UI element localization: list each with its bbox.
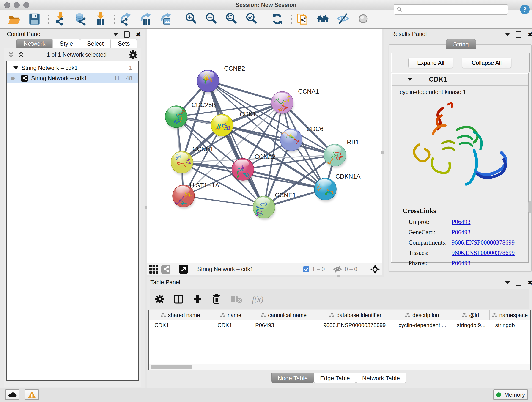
expand-all-networks-icon[interactable] [18, 52, 25, 58]
crosslink-row: Pharos:P06493 [409, 258, 523, 268]
network-status-dot [11, 77, 15, 80]
node-label-CCNB1: CCNB1 [192, 146, 214, 153]
collection-expander-icon[interactable] [13, 66, 18, 70]
memory-button[interactable]: Memory [493, 389, 528, 400]
control-panel-menu-icon[interactable] [114, 33, 118, 36]
tab-style[interactable]: Style [52, 38, 80, 49]
export-image-icon[interactable] [158, 12, 173, 26]
node-table[interactable]: shared namenamecanonical namedatabase id… [148, 310, 531, 370]
control-panel-float-icon[interactable] [124, 32, 130, 38]
network-canvas[interactable]: CCNB2CCNA1CDC25BCDK1CDC6RB1CCNB1CCNA2CDK… [147, 29, 382, 263]
crosslink-label: GeneCard: [409, 229, 452, 236]
network-collection-row[interactable]: String Network – cdk1 1 [7, 63, 138, 73]
tab-edge-table[interactable]: Edge Table [314, 373, 356, 383]
tab-node-table[interactable]: Node Table [272, 373, 314, 383]
gene-header[interactable]: CDK1 [391, 73, 528, 85]
refresh-icon[interactable] [270, 12, 285, 26]
import-database-icon[interactable] [73, 12, 87, 26]
column-header-canonical-name[interactable]: canonical name [250, 310, 318, 320]
network-edge-count: 48 [126, 75, 132, 82]
zoom-selected-icon[interactable] [244, 12, 259, 26]
show-columns-icon[interactable] [174, 294, 183, 304]
crosslink-link[interactable]: 9606.ENSP00000378699 [452, 239, 515, 246]
zoom-in-icon[interactable] [184, 12, 199, 26]
cloud-button[interactable] [5, 389, 19, 400]
table-panel-float-icon[interactable] [516, 280, 521, 286]
tab-network-table[interactable]: Network Table [356, 373, 406, 383]
results-scrollbar-thumb[interactable] [528, 201, 531, 213]
detach-view-icon[interactable] [179, 265, 188, 274]
crosslink-link[interactable]: P06493 [452, 260, 471, 267]
toolbar-separator [48, 13, 49, 26]
collapse-all-networks-icon[interactable] [7, 52, 14, 58]
cloud-icon [8, 391, 17, 398]
column-header-id[interactable]: @id [451, 310, 490, 320]
control-panel-close-icon[interactable]: ✖ [136, 32, 141, 37]
table-panel-menu-icon[interactable] [505, 281, 510, 284]
column-header-description[interactable]: description [393, 310, 451, 320]
network-options-gear-icon[interactable] [129, 51, 138, 59]
tab-sets[interactable]: Sets [111, 38, 137, 49]
export-network-icon[interactable] [118, 12, 133, 26]
network-view-share-icon[interactable] [161, 265, 171, 274]
tab-network[interactable]: Network [17, 38, 52, 49]
delete-column-trash-icon[interactable] [212, 294, 221, 304]
add-column-icon[interactable] [193, 294, 202, 304]
selected-counts: 1 – 0 [312, 266, 325, 273]
tab-select[interactable]: Select [80, 38, 111, 49]
grid-view-icon[interactable] [149, 265, 158, 274]
table-cell: CDK1 [212, 322, 250, 328]
table-row[interactable]: CDK1CDK1P064939606.ENSP00000378699cyclin… [149, 320, 530, 330]
results-actions-box: Expand All Collapse All [391, 53, 530, 72]
birds-eye-toggle-icon[interactable] [370, 264, 380, 274]
zoom-out-icon[interactable] [204, 12, 219, 26]
crosslink-label: Uniprot: [409, 218, 452, 225]
save-session-icon[interactable] [27, 12, 42, 26]
gene-details-card: CDK1 cyclin-dependent kinase 1 CrossLink… [391, 73, 529, 263]
selected-checkbox-icon[interactable] [303, 266, 309, 272]
results-panel-close-icon[interactable]: ✖ [527, 32, 532, 37]
table-hscrollbar-thumb[interactable] [151, 365, 192, 369]
search-input[interactable] [405, 6, 505, 13]
column-header-name[interactable]: name [212, 310, 250, 320]
column-header-namespace[interactable]: namespace [490, 310, 530, 320]
export-table-icon[interactable] [138, 12, 153, 26]
control-panel: Control Panel ✖ NetworkStyleSelectSets 1… [0, 29, 146, 388]
zoom-fit-icon[interactable] [224, 12, 239, 26]
search-field[interactable] [394, 4, 508, 15]
expand-all-button[interactable]: Expand All [408, 57, 453, 68]
gene-collapse-icon[interactable] [407, 78, 412, 81]
import-table-icon[interactable] [93, 12, 108, 26]
network-share-icon [21, 75, 28, 82]
warning-button[interactable] [25, 389, 39, 400]
protein-structure-image [405, 100, 513, 201]
gene-description: cyclin-dependent kinase 1 [400, 89, 466, 95]
help-button[interactable]: ? [520, 4, 530, 15]
table-panel-title: Table Panel [150, 279, 180, 286]
crosslink-link[interactable]: P06493 [452, 229, 471, 236]
collapse-all-button[interactable]: Collapse All [462, 57, 511, 68]
open-file-icon[interactable] [7, 12, 22, 26]
crosslinks-list: Uniprot:P06493GeneCard:P06493Compartment… [409, 217, 523, 268]
node-label-CDKN1A: CDKN1A [336, 173, 361, 180]
crosslink-link[interactable]: P06493 [452, 218, 471, 225]
hide-selected-icon[interactable] [336, 12, 350, 26]
import-network-icon[interactable] [52, 12, 67, 26]
toolbar-separator [291, 13, 292, 26]
show-all-icon[interactable] [356, 12, 370, 26]
homes-icon[interactable] [316, 12, 330, 26]
table-settings-gear-icon[interactable] [155, 295, 164, 303]
column-header-database-identifier[interactable]: database identifier [318, 310, 393, 320]
table-panel-close-icon[interactable]: ✖ [527, 281, 532, 285]
tab-string[interactable]: String [446, 39, 476, 49]
share-document-icon[interactable] [295, 12, 310, 26]
column-header-shared-name[interactable]: shared name [149, 310, 212, 320]
results-panel-menu-icon[interactable] [505, 33, 510, 36]
network-selection-status: 1 of 1 Network selected [25, 51, 129, 58]
node-label-HIST1H1A: HIST1H1A [190, 182, 219, 189]
network-row[interactable]: String Network – cdk1 11 48 [7, 73, 138, 83]
table-hscrollbar[interactable] [149, 364, 530, 370]
crosslink-link[interactable]: 9606.ENSP00000378699 [452, 249, 515, 256]
results-panel-float-icon[interactable] [516, 32, 521, 38]
node-label-CDK1: CDK1 [240, 111, 256, 118]
